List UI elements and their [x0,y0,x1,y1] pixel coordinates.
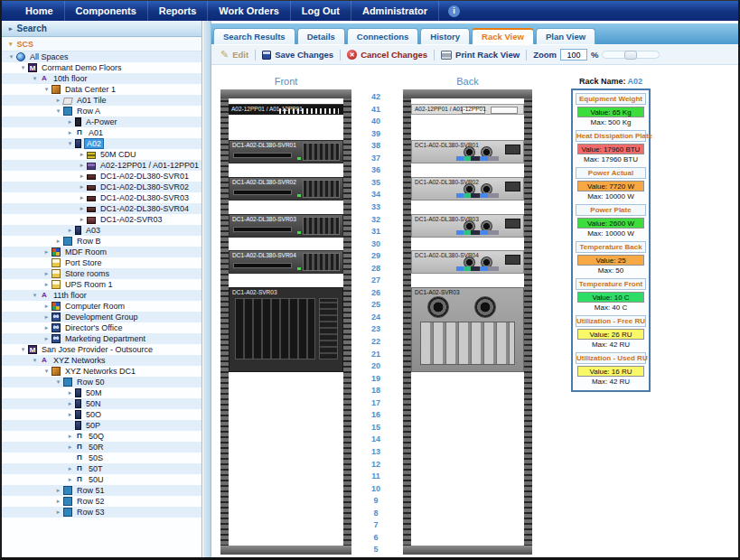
edit-button[interactable]: ✎ Edit [220,50,248,60]
zoom-slider[interactable] [602,51,660,59]
expand-arrow[interactable]: ▸ [54,509,62,516]
print-rack-view-button[interactable]: Print Rack View [441,50,520,60]
tree-item-dc1-a02-dl380-svr04[interactable]: ▸DC1-A02-DL380-SVR04 [2,203,201,214]
tree-item-san-jose-provider-outsource[interactable]: ▾San Jose Provider - Outsource [2,344,201,355]
expand-arrow[interactable]: ▸ [66,400,74,407]
expand-arrow[interactable]: ▾ [54,378,62,386]
tree-item-all-spaces[interactable]: ▾All Spaces [2,51,201,62]
expand-arrow[interactable]: ▸ [42,324,51,331]
expand-arrow[interactable]: ▸ [66,389,74,397]
expand-arrow[interactable]: ▾ [19,346,27,353]
expand-arrow[interactable]: ▸ [42,303,51,310]
tree-item-dc1-a02-dl380-svr02[interactable]: ▸DC1-A02-DL380-SVR02 [2,182,201,192]
tree-item-10th-floor[interactable]: ▾10th floor [2,73,201,84]
equipment-dc1-a02-dl380-svr01[interactable]: DC1-A02-DL380-SVR01 [411,140,524,163]
expand-arrow[interactable]: ▸ [66,411,74,418]
tree-item-xyz-networks-dc1[interactable]: ▾XYZ Networks DC1 [2,366,201,377]
tree-item-dc1-a02-dl380-svr03[interactable]: ▸DC1-A02-DL380-SVR03 [2,192,201,203]
expand-arrow[interactable]: ▸ [54,487,62,494]
nav-item-components[interactable]: Components [65,1,148,21]
expand-arrow[interactable]: ▾ [31,75,39,82]
expand-arrow[interactable]: ▾ [31,357,39,364]
tree-item-50n[interactable]: ▸50N [2,398,201,409]
tree-item-a01-tile[interactable]: ▸A01 Tile [2,95,201,106]
equipment-dc1-a02-svr03[interactable]: DC1-A02-SVR03 [229,287,343,372]
expand-arrow[interactable]: ▸ [42,281,51,288]
tab-details[interactable]: Details [297,28,345,44]
nav-item-home[interactable]: Home [14,1,65,21]
tree-item-a03[interactable]: ▸A03 [2,225,201,236]
tree-item-a02[interactable]: ▾A02 [2,138,201,149]
tree-item-row-50[interactable]: ▾Row 50 [2,377,201,387]
expand-arrow[interactable]: ▾ [42,86,51,93]
tree-item-marketing-department[interactable]: ▸Marketing Department [2,333,201,344]
save-changes-button[interactable]: Save Changes [262,50,333,60]
sidebar-search-header[interactable]: ▸ Search [2,21,201,37]
expand-arrow[interactable]: ▾ [31,292,39,299]
sidebar-scs-header[interactable]: ▾ SCS [2,37,201,51]
expand-arrow[interactable]: ▸ [42,313,51,321]
nav-item-work-orders[interactable]: Work Orders [208,1,290,21]
tree-item-row-a[interactable]: ▾Row A [2,106,201,117]
tree-item-port-store[interactable]: Port Store [2,257,201,268]
expand-arrow[interactable]: ▸ [66,443,74,451]
equipment-dc1-a02-dl380-svr02[interactable]: DC1-A02-DL380-SVR02 [411,177,524,201]
tab-history[interactable]: History [420,28,470,44]
equipment-a02-12pp01-a01-12pp01[interactable]: A02-12PP01 / A01-12PP01 [229,104,343,116]
tree-item-50u[interactable]: ▸50U [2,474,201,485]
expand-arrow[interactable]: ▸ [78,162,86,169]
expand-arrow[interactable]: ▸ [66,227,74,234]
equipment-a02-12pp01-a01-12pp01[interactable]: A02-12PP01 / A01-12PP01 [411,104,524,116]
expand-arrow[interactable]: ▸ [66,476,74,483]
expand-arrow[interactable]: ▸ [42,248,51,256]
equipment-dc1-a02-svr03[interactable]: DC1-A02-SVR03 [411,287,524,372]
tree-item-row-53[interactable]: ▸Row 53 [2,507,201,518]
tree-item-dc1-a02-dl380-svr01[interactable]: ▸DC1-A02-DL380-SVR01 [2,171,201,182]
tree-item-row-51[interactable]: ▸Row 51 [2,485,201,496]
tree-item-row-52[interactable]: ▸Row 52 [2,496,201,507]
equipment-dc1-a02-dl380-svr01[interactable]: DC1-A02-DL380-SVR01 [229,140,343,163]
tree-item-row-b[interactable]: ▸Row B [2,236,201,247]
tab-connections[interactable]: Connections [347,28,419,44]
info-icon[interactable]: i [448,5,460,17]
equipment-dc1-a02-dl380-svr04[interactable]: DC1-A02-DL380-SVR04 [411,250,524,274]
tree-item-data-center-1[interactable]: ▾Data Center 1 [2,84,201,95]
expand-arrow[interactable]: ▸ [54,238,62,245]
expand-arrow[interactable]: ▸ [78,194,86,201]
expand-arrow[interactable]: ▸ [78,173,86,180]
expand-arrow[interactable]: ▸ [66,433,74,440]
expand-arrow[interactable]: ▸ [66,118,74,126]
tree-item-a01[interactable]: ▸A01 [2,127,201,138]
tree-item-50q[interactable]: ▸50Q [2,431,201,442]
tree-item-store-rooms[interactable]: ▸Store rooms [2,268,201,279]
expand-arrow[interactable]: ▸ [78,205,86,212]
equipment-dc1-a02-dl380-svr04[interactable]: DC1-A02-DL380-SVR04 [229,250,343,274]
expand-arrow[interactable]: ▸ [66,129,74,136]
tree-item-xyz-networks[interactable]: ▾XYZ Networks [2,355,201,366]
tree-item-11th-floor[interactable]: ▾11th floor [2,290,201,301]
expand-arrow[interactable]: ▸ [66,465,74,472]
tab-search-results[interactable]: Search Results [213,28,295,44]
tree-item-50s[interactable]: 50S [2,453,201,463]
expand-arrow[interactable]: ▸ [42,270,51,277]
tree-item-ups-room-1[interactable]: ▸UPS Room 1 [2,279,201,290]
expand-arrow[interactable]: ▾ [66,140,74,147]
expand-arrow[interactable]: ▾ [19,64,27,71]
sidebar-splitter[interactable] [203,21,211,557]
tree-item-mdf-room[interactable]: ▸MDF Room [2,247,201,257]
expand-arrow[interactable]: ▸ [54,97,62,104]
equipment-dc1-a02-dl380-svr03[interactable]: DC1-A02-DL380-SVR03 [229,214,343,238]
tree-item-a-power[interactable]: ▸A-Power [2,117,201,127]
tab-rack-view[interactable]: Rack View [472,28,534,44]
tree-item-50m-cdu[interactable]: ▸50M CDU [2,149,201,160]
tab-plan-view[interactable]: Plan View [536,28,595,44]
tree-item-50m[interactable]: ▸50M [2,387,201,398]
equipment-dc1-a02-dl380-svr03[interactable]: DC1-A02-DL380-SVR03 [411,214,524,238]
zoom-slider-handle[interactable] [624,51,637,60]
zoom-input[interactable] [560,49,587,61]
tree-item-dc1-a02-svr03[interactable]: ▸DC1-A02-SVR03 [2,214,201,225]
equipment-dc1-a02-dl380-svr02[interactable]: DC1-A02-DL380-SVR02 [229,177,343,201]
nav-item-reports[interactable]: Reports [148,1,209,21]
tree-item-50o[interactable]: ▸50O [2,409,201,420]
tree-item-50t[interactable]: ▸50T [2,463,201,474]
